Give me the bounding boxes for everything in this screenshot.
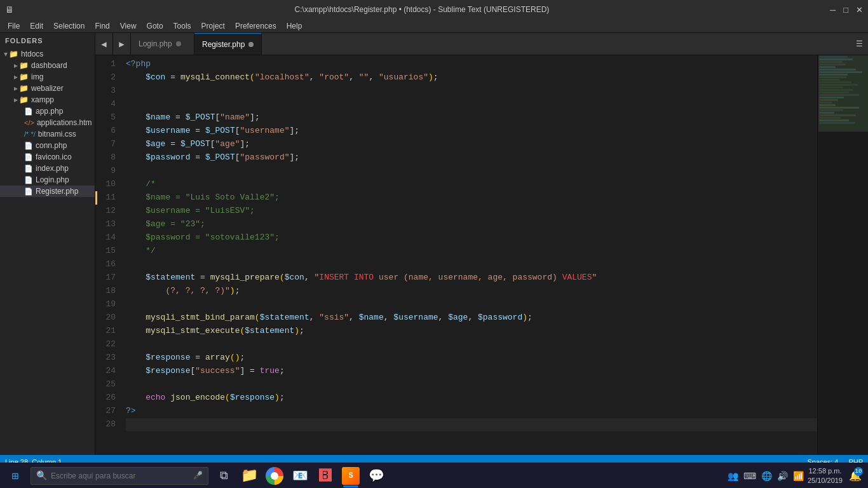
sidebar-item-favicon-ico[interactable]: 📄favicon.ico (0, 151, 95, 163)
line-number-12: 12 (95, 205, 116, 218)
tray-wifi-icon[interactable]: 📶 (792, 471, 805, 481)
line-number-17: 17 (95, 271, 116, 285)
minimap (817, 55, 868, 455)
tray-network-icon[interactable]: 🌐 (760, 471, 773, 481)
menu-item-file[interactable]: File (3, 19, 25, 32)
sidebar-item-app-php[interactable]: 📄app.php (0, 105, 95, 117)
file-explorer-button[interactable]: 📁 (236, 463, 262, 489)
sidebar-item-conn-php[interactable]: 📄conn.php (0, 140, 95, 151)
menu-item-project[interactable]: Project (196, 19, 230, 32)
sidebar-label: conn.php (36, 141, 67, 150)
sidebar-label: htdocs (21, 50, 43, 58)
sidebar-label: webalizer (31, 84, 64, 93)
menu-item-selection[interactable]: Selection (48, 19, 90, 32)
sidebar-label: img (31, 72, 43, 81)
maximize-button[interactable]: □ (843, 5, 848, 15)
mic-icon: 🎤 (193, 471, 203, 480)
sidebar-label: Login.php (36, 175, 69, 184)
tray-people-icon[interactable]: 👥 (726, 471, 740, 481)
line-number-7: 7 (95, 138, 116, 151)
line-number-5: 5 (95, 111, 116, 125)
code-line-2: $con = mysqli_connect("localhost", "root… (126, 71, 817, 85)
chrome-icon (266, 467, 283, 485)
code-line-8: $password = $_POST["password"]; (126, 151, 817, 165)
menu-item-edit[interactable]: Edit (25, 19, 48, 32)
clock-date: 25/10/2019 (808, 476, 843, 485)
sidebar-label: dashboard (31, 61, 67, 70)
chrome-button[interactable] (262, 463, 287, 489)
tab-bar: ◀ ▶ Login.phpRegister.php ☰ (95, 33, 868, 55)
start-button[interactable]: ⊞ (3, 463, 28, 489)
tab-login-php[interactable]: Login.php (131, 33, 194, 55)
code-line-5: $name = $_POST["name"]; (126, 111, 817, 125)
minimize-button[interactable]: ─ (830, 5, 836, 15)
line-number-23: 23 (95, 351, 116, 365)
sidebar-item-register-php[interactable]: 📄Register.php (0, 186, 95, 197)
sidebar-label: xampp (31, 95, 54, 104)
tray-keyboard-icon[interactable]: ⌨ (742, 471, 757, 481)
sidebar-item-dashboard[interactable]: ▸📁dashboard (0, 60, 95, 71)
window-title: C:\xampp\htdocs\Register.php • (htdocs) … (14, 5, 830, 14)
notification-button[interactable]: 🔔 10 (845, 463, 865, 489)
code-line-7: $age = $_POST["age"]; (126, 138, 817, 151)
tab-nav-next[interactable]: ▶ (113, 33, 131, 55)
code-editor[interactable]: 1234567891011121314151617181920212223242… (95, 55, 868, 455)
code-line-12: $username = "LuisESV"; (126, 205, 817, 218)
menu-item-tools[interactable]: Tools (168, 19, 196, 32)
code-line-28 (126, 418, 817, 431)
code-line-9 (126, 165, 817, 178)
sidebar-item-img[interactable]: ▸📁img (0, 71, 95, 83)
code-line-23: $response = array(); (126, 351, 817, 365)
line-number-15: 15 (95, 245, 116, 258)
line-number-26: 26 (95, 391, 116, 405)
code-line-14: $password = "sotovalle123"; (126, 231, 817, 245)
sidebar-item-htdocs[interactable]: ▾📁htdocs (0, 48, 95, 60)
tray-volume-icon[interactable]: 🔊 (776, 471, 789, 481)
code-line-17: $statement = mysqli_prepare($con, "INSER… (126, 271, 817, 285)
close-button[interactable]: ✕ (856, 5, 863, 15)
code-line-3 (126, 85, 817, 98)
search-input[interactable] (51, 471, 191, 480)
sidebar-item-bitnami-css[interactable]: /* */bitnami.css (0, 128, 95, 140)
code-line-13: $age = "23"; (126, 218, 817, 231)
taskbar: ⊞ 🔍 🎤 ⧉ 📁 📧 🅱 S 💬 👥 ⌨ 🌐 🔊 📶 12:58 p.m. 2… (0, 463, 868, 488)
line-number-18: 18 (95, 285, 116, 298)
code-line-26: echo json_encode($response); (126, 391, 817, 405)
tab-modified-dot (176, 41, 181, 46)
sidebar-item-applications-htm[interactable]: </>applications.htm (0, 117, 95, 128)
sidebar-item-login-php[interactable]: 📄Login.php (0, 174, 95, 186)
line-number-27: 27 (95, 405, 116, 418)
menu-item-find[interactable]: Find (90, 19, 114, 32)
line-number-16: 16 (95, 258, 116, 271)
tab-register-php[interactable]: Register.php (194, 33, 262, 55)
app7-button[interactable]: 💬 (363, 463, 389, 489)
sidebar-label: Register.php (36, 187, 78, 196)
menu-item-help[interactable]: Help (281, 19, 308, 32)
line-number-22: 22 (95, 338, 116, 351)
clock: 12:58 p.m. 25/10/2019 (808, 466, 843, 485)
outlook-button[interactable]: 📧 (287, 463, 313, 489)
line-number-10: 10 (95, 178, 116, 191)
menu-item-goto[interactable]: Goto (142, 19, 168, 32)
line-number-1: 1 (95, 58, 116, 71)
line-number-25: 25 (95, 378, 116, 391)
task-view-button[interactable]: ⧉ (211, 463, 236, 489)
line-number-24: 24 (95, 365, 116, 378)
sidebar-item-index-php[interactable]: 📄index.php (0, 163, 95, 174)
sublime-icon: S (342, 467, 360, 485)
sidebar-item-xampp[interactable]: ▸📁xampp (0, 94, 95, 105)
sublime-button[interactable]: S (338, 463, 363, 489)
title-bar: 🖥 C:\xampp\htdocs\Register.php • (htdocs… (0, 0, 868, 19)
sidebar-label: applications.htm (37, 118, 92, 127)
tab-nav-prev[interactable]: ◀ (95, 33, 113, 55)
menu-item-preferences[interactable]: Preferences (230, 19, 281, 32)
code-line-6: $username = $_POST["username"]; (126, 125, 817, 138)
line-number-2: 2 (95, 71, 116, 85)
tab-expand-button[interactable]: ☰ (850, 33, 868, 55)
code-content[interactable]: <?php $con = mysqli_connect("localhost",… (121, 55, 817, 455)
app5-button[interactable]: 🅱 (313, 463, 338, 489)
code-line-25 (126, 378, 817, 391)
taskbar-search[interactable]: 🔍 🎤 (31, 467, 208, 485)
menu-item-view[interactable]: View (115, 19, 142, 32)
sidebar-item-webalizer[interactable]: ▸📁webalizer (0, 83, 95, 94)
